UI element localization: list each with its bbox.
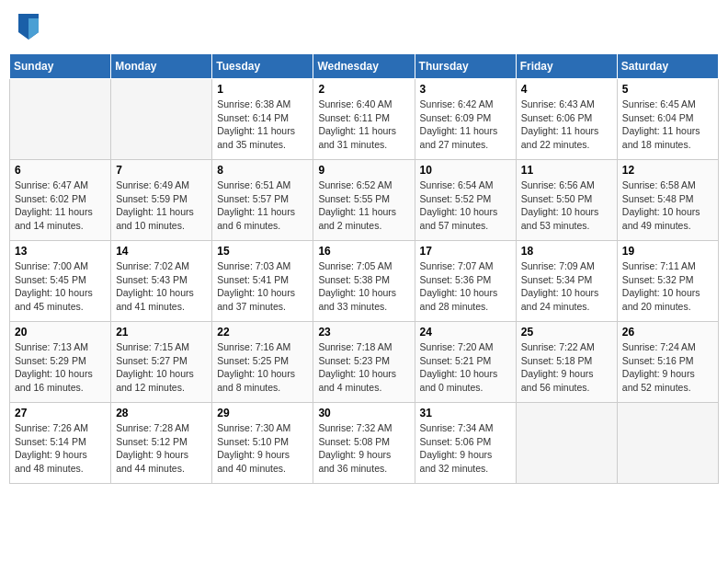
day-number: 5: [622, 83, 713, 96]
day-number: 16: [318, 245, 409, 258]
calendar-cell: 8Sunrise: 6:51 AM Sunset: 5:57 PM Daylig…: [212, 160, 313, 241]
day-number: 3: [420, 83, 511, 96]
day-number: 17: [420, 245, 511, 258]
day-info: Sunrise: 6:45 AM Sunset: 6:04 PM Dayligh…: [622, 98, 713, 152]
calendar-cell: 15Sunrise: 7:03 AM Sunset: 5:41 PM Dayli…: [212, 241, 313, 322]
calendar-cell: 20Sunrise: 7:13 AM Sunset: 5:29 PM Dayli…: [10, 322, 111, 403]
day-number: 29: [217, 407, 308, 419]
calendar-header-friday: Friday: [516, 54, 617, 79]
day-info: Sunrise: 7:11 AM Sunset: 5:32 PM Dayligh…: [622, 259, 713, 314]
calendar-cell: [516, 403, 617, 484]
calendar-cell: 27Sunrise: 7:26 AM Sunset: 5:14 PM Dayli…: [10, 403, 111, 484]
day-number: 1: [217, 83, 308, 96]
day-number: 9: [318, 164, 409, 177]
calendar-cell: 13Sunrise: 7:00 AM Sunset: 5:45 PM Dayli…: [10, 241, 111, 322]
calendar-cell: 12Sunrise: 6:58 AM Sunset: 5:48 PM Dayli…: [617, 160, 718, 241]
page-header: [9, 9, 719, 44]
day-info: Sunrise: 7:09 AM Sunset: 5:34 PM Dayligh…: [521, 259, 612, 314]
day-info: Sunrise: 7:26 AM Sunset: 5:14 PM Dayligh…: [15, 421, 106, 476]
calendar-cell: 2Sunrise: 6:40 AM Sunset: 6:11 PM Daylig…: [313, 79, 415, 160]
calendar-cell: 7Sunrise: 6:49 AM Sunset: 5:59 PM Daylig…: [111, 160, 212, 241]
calendar-cell: 5Sunrise: 6:45 AM Sunset: 6:04 PM Daylig…: [617, 79, 718, 160]
day-number: 24: [420, 326, 511, 339]
day-info: Sunrise: 6:49 AM Sunset: 5:59 PM Dayligh…: [116, 178, 207, 233]
calendar-cell: 24Sunrise: 7:20 AM Sunset: 5:21 PM Dayli…: [415, 322, 516, 403]
day-info: Sunrise: 6:56 AM Sunset: 5:50 PM Dayligh…: [521, 178, 612, 233]
day-number: 13: [15, 245, 106, 258]
calendar-cell: 21Sunrise: 7:15 AM Sunset: 5:27 PM Dayli…: [111, 322, 212, 403]
calendar-cell: 3Sunrise: 6:42 AM Sunset: 6:09 PM Daylig…: [415, 79, 516, 160]
day-number: 19: [622, 245, 713, 258]
calendar-header-row: SundayMondayTuesdayWednesdayThursdayFrid…: [10, 54, 719, 79]
day-info: Sunrise: 7:13 AM Sunset: 5:29 PM Dayligh…: [15, 340, 106, 395]
calendar-cell: 16Sunrise: 7:05 AM Sunset: 5:38 PM Dayli…: [313, 241, 415, 322]
day-number: 6: [15, 164, 106, 177]
day-info: Sunrise: 7:22 AM Sunset: 5:18 PM Dayligh…: [521, 340, 612, 395]
day-info: Sunrise: 7:18 AM Sunset: 5:23 PM Dayligh…: [318, 340, 409, 395]
calendar-cell: 29Sunrise: 7:30 AM Sunset: 5:10 PM Dayli…: [212, 403, 313, 484]
day-number: 23: [318, 326, 409, 339]
calendar-header-thursday: Thursday: [415, 54, 516, 79]
day-info: Sunrise: 7:02 AM Sunset: 5:43 PM Dayligh…: [116, 259, 207, 314]
day-number: 20: [15, 326, 106, 339]
calendar-cell: [111, 79, 212, 160]
calendar-cell: 10Sunrise: 6:54 AM Sunset: 5:52 PM Dayli…: [415, 160, 516, 241]
day-info: Sunrise: 6:40 AM Sunset: 6:11 PM Dayligh…: [318, 98, 409, 152]
day-info: Sunrise: 7:30 AM Sunset: 5:10 PM Dayligh…: [217, 421, 308, 476]
calendar-cell: 18Sunrise: 7:09 AM Sunset: 5:34 PM Dayli…: [516, 241, 617, 322]
calendar-cell: 11Sunrise: 6:56 AM Sunset: 5:50 PM Dayli…: [516, 160, 617, 241]
day-info: Sunrise: 6:38 AM Sunset: 6:14 PM Dayligh…: [217, 98, 308, 152]
calendar-header-monday: Monday: [111, 54, 212, 79]
calendar-cell: 4Sunrise: 6:43 AM Sunset: 6:06 PM Daylig…: [516, 79, 617, 160]
day-info: Sunrise: 7:05 AM Sunset: 5:38 PM Dayligh…: [318, 259, 409, 314]
calendar-cell: 1Sunrise: 6:38 AM Sunset: 6:14 PM Daylig…: [212, 79, 313, 160]
calendar-cell: 19Sunrise: 7:11 AM Sunset: 5:32 PM Dayli…: [617, 241, 718, 322]
day-info: Sunrise: 7:03 AM Sunset: 5:41 PM Dayligh…: [217, 259, 308, 314]
day-number: 14: [116, 245, 207, 258]
calendar-week-row: 27Sunrise: 7:26 AM Sunset: 5:14 PM Dayli…: [10, 403, 719, 484]
day-number: 30: [318, 407, 409, 419]
day-info: Sunrise: 6:54 AM Sunset: 5:52 PM Dayligh…: [420, 178, 511, 233]
day-number: 21: [116, 326, 207, 339]
day-number: 2: [318, 83, 409, 96]
day-info: Sunrise: 7:00 AM Sunset: 5:45 PM Dayligh…: [15, 259, 106, 314]
day-info: Sunrise: 7:16 AM Sunset: 5:25 PM Dayligh…: [217, 340, 308, 395]
calendar-header-tuesday: Tuesday: [212, 54, 313, 79]
day-info: Sunrise: 6:51 AM Sunset: 5:57 PM Dayligh…: [217, 178, 308, 233]
calendar-header-wednesday: Wednesday: [313, 54, 415, 79]
calendar-cell: 14Sunrise: 7:02 AM Sunset: 5:43 PM Dayli…: [111, 241, 212, 322]
day-info: Sunrise: 6:58 AM Sunset: 5:48 PM Dayligh…: [622, 178, 713, 233]
day-number: 22: [217, 326, 308, 339]
calendar-cell: 22Sunrise: 7:16 AM Sunset: 5:25 PM Dayli…: [212, 322, 313, 403]
day-info: Sunrise: 7:07 AM Sunset: 5:36 PM Dayligh…: [420, 259, 511, 314]
day-number: 15: [217, 245, 308, 258]
calendar-cell: 6Sunrise: 6:47 AM Sunset: 6:02 PM Daylig…: [10, 160, 111, 241]
calendar-cell: 30Sunrise: 7:32 AM Sunset: 5:08 PM Dayli…: [313, 403, 415, 484]
logo: [18, 14, 42, 40]
day-number: 4: [521, 83, 612, 96]
calendar-cell: 23Sunrise: 7:18 AM Sunset: 5:23 PM Dayli…: [313, 322, 415, 403]
calendar-cell: [10, 79, 111, 160]
calendar-cell: 17Sunrise: 7:07 AM Sunset: 5:36 PM Dayli…: [415, 241, 516, 322]
day-number: 8: [217, 164, 308, 177]
calendar-header-sunday: Sunday: [10, 54, 111, 79]
day-info: Sunrise: 7:24 AM Sunset: 5:16 PM Dayligh…: [622, 340, 713, 395]
calendar-cell: 28Sunrise: 7:28 AM Sunset: 5:12 PM Dayli…: [111, 403, 212, 484]
day-info: Sunrise: 6:43 AM Sunset: 6:06 PM Dayligh…: [521, 98, 612, 152]
day-number: 10: [420, 164, 511, 177]
day-info: Sunrise: 6:47 AM Sunset: 6:02 PM Dayligh…: [15, 178, 106, 233]
calendar-header-saturday: Saturday: [617, 54, 718, 79]
calendar-table: SundayMondayTuesdayWednesdayThursdayFrid…: [9, 53, 719, 484]
calendar-week-row: 1Sunrise: 6:38 AM Sunset: 6:14 PM Daylig…: [10, 79, 719, 160]
calendar-week-row: 13Sunrise: 7:00 AM Sunset: 5:45 PM Dayli…: [10, 241, 719, 322]
day-number: 27: [15, 407, 106, 419]
day-number: 31: [420, 407, 511, 419]
day-info: Sunrise: 7:32 AM Sunset: 5:08 PM Dayligh…: [318, 421, 409, 476]
calendar-cell: [617, 403, 718, 484]
svg-marker-1: [28, 18, 39, 40]
day-info: Sunrise: 7:34 AM Sunset: 5:06 PM Dayligh…: [420, 421, 511, 476]
day-number: 25: [521, 326, 612, 339]
day-number: 11: [521, 164, 612, 177]
day-info: Sunrise: 6:42 AM Sunset: 6:09 PM Dayligh…: [420, 98, 511, 152]
calendar-week-row: 6Sunrise: 6:47 AM Sunset: 6:02 PM Daylig…: [10, 160, 719, 241]
